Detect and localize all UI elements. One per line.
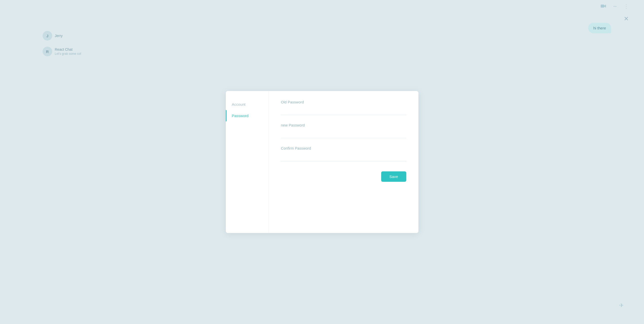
nav-item-password[interactable]: Password [226,110,269,121]
new-password-group: new Password [281,123,406,138]
old-password-input[interactable] [281,107,406,115]
confirm-password-group: Confirm Password [281,146,406,161]
save-button[interactable]: Save [381,171,406,182]
old-password-group: Old Password [281,100,406,115]
old-password-label: Old Password [281,100,406,104]
settings-content: Old Password new Password Confirm Passwo… [269,91,418,233]
modal-overlay: Account Password Old Password new Passwo… [0,0,644,324]
confirm-password-label: Confirm Password [281,146,406,150]
settings-nav: Account Password [226,91,269,233]
new-password-label: new Password [281,123,406,127]
settings-modal: Account Password Old Password new Passwo… [226,91,418,233]
nav-item-account[interactable]: Account [226,99,269,110]
confirm-password-input[interactable] [281,153,406,161]
new-password-input[interactable] [281,130,406,138]
